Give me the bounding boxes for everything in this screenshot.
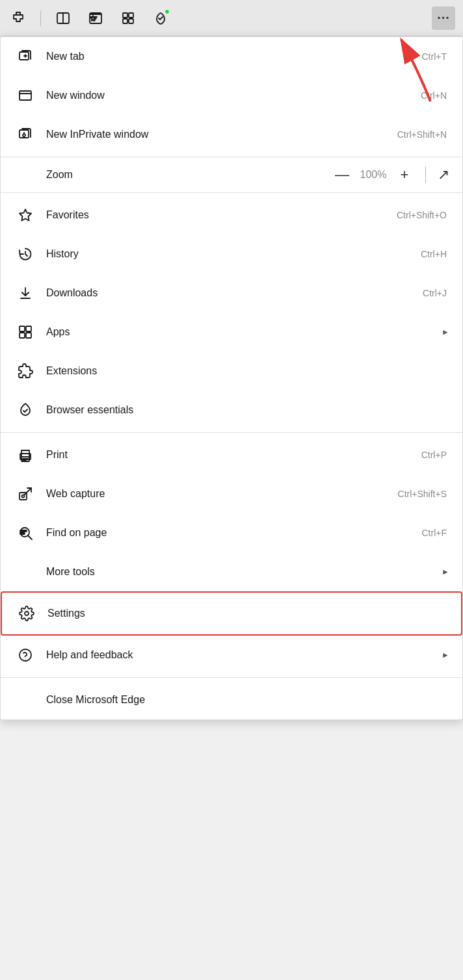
svg-rect-7: [129, 19, 133, 23]
svg-rect-18: [20, 326, 25, 331]
apps-icon: [14, 320, 37, 344]
help-feedback-label: Help and feedback: [46, 649, 436, 661]
new-tab-label: New tab: [46, 51, 422, 62]
svg-rect-4: [123, 13, 127, 18]
zoom-minus-button[interactable]: —: [333, 166, 351, 183]
divider-2: [1, 192, 462, 193]
essentials-badge: [165, 9, 170, 14]
new-tab-menu-item[interactable]: New tab Ctrl+T: [1, 37, 462, 76]
svg-point-33: [20, 649, 31, 661]
new-tab-icon: [14, 45, 37, 68]
extensions-menu-item[interactable]: Extensions: [1, 352, 462, 391]
zoom-row: Zoom — 100% + ↗: [1, 160, 462, 190]
extensions-icon: [14, 359, 37, 383]
print-label: Print: [46, 449, 421, 461]
help-icon: [14, 643, 37, 667]
svg-rect-19: [26, 326, 31, 331]
svg-rect-0: [16, 12, 20, 15]
new-window-label: New window: [46, 90, 421, 101]
apps-menu-item[interactable]: Apps ►: [1, 313, 462, 352]
print-icon: [14, 443, 37, 467]
web-capture-label: Web capture: [46, 488, 398, 500]
zoom-controls: — 100% + ↗: [333, 166, 449, 183]
downloads-shortcut: Ctrl+J: [423, 288, 447, 298]
divider-3: [1, 432, 462, 433]
settings-menu-item[interactable]: Settings: [1, 591, 462, 636]
more-tools-label: More tools: [46, 566, 436, 578]
close-edge-label: Close Microsoft Edge: [46, 694, 449, 706]
new-inprivate-label: New InPrivate window: [46, 129, 397, 140]
close-edge-menu-item[interactable]: Close Microsoft Edge: [1, 680, 462, 719]
print-shortcut: Ctrl+P: [421, 450, 447, 460]
web-capture-menu-item[interactable]: Web capture Ctrl+Shift+S: [1, 474, 462, 513]
help-feedback-menu-item[interactable]: Help and feedback ►: [1, 636, 462, 675]
downloads-label: Downloads: [46, 287, 423, 299]
zoom-plus-button[interactable]: +: [395, 166, 414, 183]
browser-essentials-menu-item[interactable]: Browser essentials: [1, 391, 462, 430]
browser-menu: New tab Ctrl+T New window Ctrl+N New InP…: [0, 36, 463, 720]
favorites-label: Favorites: [46, 209, 397, 221]
new-window-shortcut: Ctrl+N: [421, 90, 447, 101]
svg-rect-30: [20, 530, 27, 532]
split-screen-icon[interactable]: [53, 8, 73, 29]
svg-rect-6: [123, 19, 127, 23]
svg-rect-5: [129, 13, 133, 18]
new-inprivate-icon: [14, 123, 37, 146]
browser-essentials-label: Browser essentials: [46, 404, 449, 416]
favorites-shortcut: Ctrl+Shift+O: [397, 210, 447, 220]
help-feedback-arrow-icon: ►: [442, 651, 449, 660]
new-window-icon: [14, 84, 37, 107]
web-capture-icon: [14, 482, 37, 506]
favorites-icon: [14, 203, 37, 227]
find-on-page-icon: [14, 521, 37, 545]
find-on-page-label: Find on page: [46, 527, 422, 539]
zoom-expand-button[interactable]: ↗: [438, 166, 449, 183]
new-window-menu-item[interactable]: New window Ctrl+N: [1, 76, 462, 115]
new-inprivate-menu-item[interactable]: New InPrivate window Ctrl+Shift+N: [1, 115, 462, 154]
find-on-page-menu-item[interactable]: Find on page Ctrl+F: [1, 513, 462, 552]
more-tools-menu-item[interactable]: More tools ►: [1, 552, 462, 591]
browser-essentials-toolbar-icon[interactable]: [150, 8, 171, 29]
zoom-label: Zoom: [46, 169, 333, 181]
svg-rect-12: [20, 91, 31, 100]
svg-line-29: [29, 536, 33, 540]
history-icon: [14, 242, 37, 266]
find-on-page-shortcut: Ctrl+F: [422, 528, 447, 538]
close-edge-icon: [14, 688, 37, 712]
extensions-label: Extensions: [46, 365, 449, 377]
apps-label: Apps: [46, 326, 434, 338]
svg-rect-20: [20, 333, 25, 338]
more-tools-icon: [14, 560, 37, 584]
svg-point-32: [25, 612, 29, 615]
settings-label: Settings: [47, 608, 448, 619]
favorites-menu-item[interactable]: Favorites Ctrl+Shift+O: [1, 196, 462, 235]
history-shortcut: Ctrl+H: [421, 249, 447, 259]
new-tab-shortcut: Ctrl+T: [422, 51, 447, 62]
apps-arrow-icon: ►: [442, 328, 449, 337]
zoom-value: 100%: [358, 169, 389, 181]
add-toolbar-icon[interactable]: [118, 8, 139, 29]
history-label: History: [46, 248, 421, 260]
more-tools-arrow-icon: ►: [442, 567, 449, 576]
favorites-toolbar-icon[interactable]: [85, 8, 106, 29]
browser-essentials-icon: [14, 398, 37, 422]
toolbar-divider-1: [40, 10, 41, 26]
history-menu-item[interactable]: History Ctrl+H: [1, 235, 462, 274]
divider-1: [1, 157, 462, 157]
zoom-divider: [425, 166, 426, 183]
svg-rect-21: [26, 333, 31, 338]
web-capture-shortcut: Ctrl+Shift+S: [398, 489, 447, 499]
divider-4: [1, 677, 462, 678]
extensions-toolbar-icon[interactable]: [8, 8, 29, 29]
svg-point-34: [25, 658, 26, 659]
browser-toolbar: ···: [0, 0, 463, 36]
new-inprivate-shortcut: Ctrl+Shift+N: [397, 129, 447, 140]
print-menu-item[interactable]: Print Ctrl+P: [1, 435, 462, 474]
three-dots-menu-button[interactable]: ···: [432, 6, 455, 30]
settings-icon: [15, 602, 38, 625]
downloads-menu-item[interactable]: Downloads Ctrl+J: [1, 274, 462, 313]
svg-point-27: [22, 495, 25, 498]
downloads-icon: [14, 281, 37, 305]
